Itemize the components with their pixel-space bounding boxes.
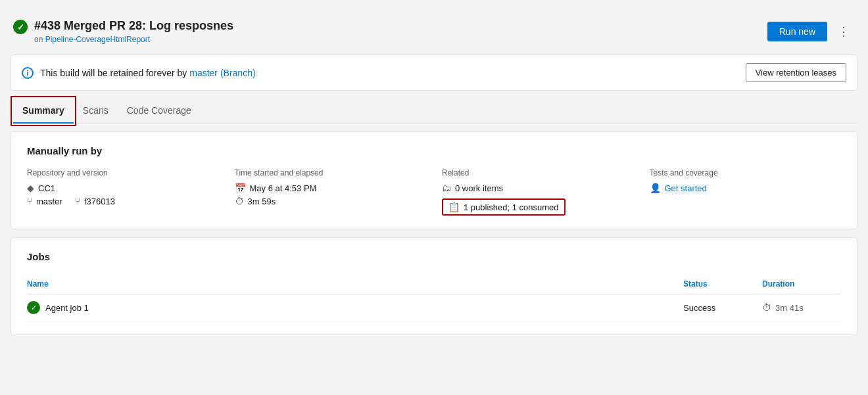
build-status-icon: ✓	[13, 20, 28, 34]
get-started-item: 👤 Get started	[650, 183, 842, 193]
page-header: ✓ #438 Merged PR 28: Log resposnes on Pi…	[11, 11, 857, 55]
branch-name: master	[36, 197, 62, 206]
retention-text: This build will be retained forever by m…	[40, 68, 256, 78]
branch-link[interactable]: master (Branch)	[189, 68, 255, 78]
elapsed-item: ⏱ 3m 59s	[235, 196, 427, 206]
summary-card-title: Manually run by	[27, 145, 841, 156]
branch-item: ⑂ master ⑂ f376013	[27, 196, 219, 206]
header-actions: Run new ⋮	[767, 20, 855, 43]
info-icon: i	[22, 67, 34, 79]
job-status-cell: Success	[683, 294, 762, 321]
tab-code-coverage[interactable]: Code Coverage	[118, 99, 201, 124]
get-started-link[interactable]: Get started	[665, 183, 707, 193]
more-options-icon: ⋮	[838, 24, 850, 39]
job-name: Agent job 1	[45, 303, 89, 313]
retention-banner: i This build will be retained forever by…	[11, 55, 857, 91]
start-time-item: 📅 May 6 at 4:53 PM	[235, 183, 427, 193]
repo-icon: ◆	[27, 183, 34, 193]
jobs-card: Jobs Name Status Duration ✓ Agent job 1	[11, 237, 857, 335]
tab-summary[interactable]: Summary	[13, 99, 74, 124]
duration-clock-icon: ⏱	[762, 302, 771, 313]
col-header-name: Name	[27, 274, 683, 294]
col-header-status: Status	[683, 274, 762, 294]
jobs-card-title: Jobs	[27, 251, 841, 262]
jobs-table: Name Status Duration ✓ Agent job 1 Succe…	[27, 274, 841, 321]
job-duration: 3m 41s	[775, 303, 804, 313]
artifact-text: 1 published; 1 consumed	[464, 202, 559, 212]
artifact-badge[interactable]: 📋 1 published; 1 consumed	[442, 198, 566, 216]
repo-item: ◆ CC1	[27, 183, 219, 193]
tests-col-label: Tests and coverage	[650, 168, 842, 177]
clock-icon: ⏱	[235, 196, 244, 206]
header-left: ✓ #438 Merged PR 28: Log resposnes on Pi…	[13, 18, 233, 44]
repo-col-label: Repository and version	[27, 168, 219, 177]
run-new-button[interactable]: Run new	[767, 22, 827, 41]
tab-bar: Summary Scans Code Coverage	[11, 99, 857, 124]
work-items-count: 0 work items	[455, 183, 503, 193]
time-col: Time started and elapsed 📅 May 6 at 4:53…	[235, 168, 427, 216]
header-title-block: #438 Merged PR 28: Log resposnes on Pipe…	[34, 18, 233, 44]
view-retention-leases-button[interactable]: View retention leases	[746, 63, 846, 82]
subtitle: on Pipeline-CoverageHtmlReport	[34, 35, 233, 44]
elapsed-time: 3m 59s	[248, 197, 276, 206]
jobs-table-header: Name Status Duration	[27, 274, 841, 294]
table-row[interactable]: ✓ Agent job 1 Success ⏱ 3m 41s	[27, 294, 841, 321]
commit-icon: ⑂	[75, 196, 80, 206]
col-header-duration: Duration	[762, 274, 841, 294]
work-items-item: 🗂 0 work items	[442, 183, 634, 193]
job-success-icon: ✓	[27, 301, 40, 314]
commit-hash: f376013	[84, 197, 115, 206]
person-icon: 👤	[650, 183, 661, 193]
job-name-cell: ✓ Agent job 1	[27, 294, 683, 321]
retention-left: i This build will be retained forever by…	[22, 67, 256, 79]
artifact-icon: 📋	[448, 202, 460, 212]
work-items-icon: 🗂	[442, 183, 451, 193]
branch-icon: ⑂	[27, 196, 32, 206]
job-duration-cell: ⏱ 3m 41s	[762, 294, 841, 321]
summary-card: Manually run by Repository and version ◆…	[11, 131, 857, 229]
repo-name: CC1	[38, 183, 55, 193]
related-col-label: Related	[442, 168, 634, 177]
more-options-button[interactable]: ⋮	[832, 20, 855, 43]
related-col: Related 🗂 0 work items 📋 1 published; 1 …	[442, 168, 634, 216]
check-icon: ✓	[13, 20, 28, 34]
time-col-label: Time started and elapsed	[235, 168, 427, 177]
tests-col: Tests and coverage 👤 Get started	[650, 168, 842, 216]
repo-col: Repository and version ◆ CC1 ⑂ master ⑂ …	[27, 168, 219, 216]
start-time: May 6 at 4:53 PM	[250, 183, 317, 193]
page-title: #438 Merged PR 28: Log resposnes	[34, 18, 233, 34]
pipeline-link[interactable]: Pipeline-CoverageHtmlReport	[45, 35, 150, 44]
tab-scans[interactable]: Scans	[74, 99, 118, 124]
calendar-icon: 📅	[235, 183, 246, 193]
summary-grid: Repository and version ◆ CC1 ⑂ master ⑂ …	[27, 168, 841, 216]
